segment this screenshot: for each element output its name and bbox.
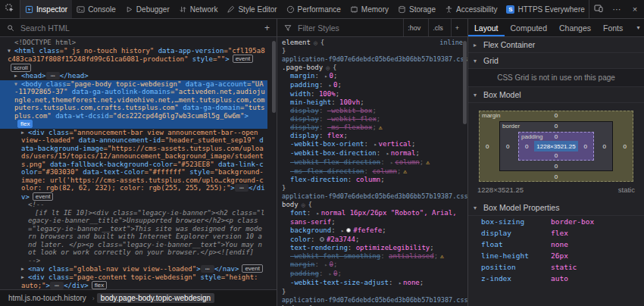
box-model-section-header[interactable]: ▾ Box Model bbox=[468, 87, 644, 103]
class-panel-toggle[interactable]: .cls bbox=[428, 19, 447, 36]
tab-storage[interactable]: Storage bbox=[393, 0, 440, 18]
sidebar-tab-computed[interactable]: Computed bbox=[505, 19, 553, 36]
css-declaration[interactable]: -webkit-flex-direction: ▸column;⚠ bbox=[277, 158, 467, 167]
markup-scrollbar-thumb[interactable] bbox=[272, 41, 276, 113]
css-declaration[interactable]: display: -webkit-box; bbox=[277, 107, 467, 115]
search-html-input[interactable] bbox=[20, 23, 258, 33]
collapsed-children-ellipsis[interactable]: ⋯ bbox=[235, 184, 249, 192]
event-badge[interactable]: event bbox=[233, 55, 254, 63]
tab-performance[interactable]: Performance bbox=[282, 0, 345, 18]
css-declaration[interactable]: display: flex; bbox=[277, 132, 467, 140]
shorthand-expander-icon[interactable]: ▸ bbox=[399, 280, 402, 286]
pseudo-class-panel-toggle[interactable]: :hov bbox=[403, 19, 424, 36]
collapse-twisty-icon[interactable]: ▼ bbox=[8, 47, 14, 55]
css-declaration[interactable]: flex-direction: column; bbox=[277, 176, 467, 184]
shorthand-expander-icon[interactable]: ▸ bbox=[324, 262, 327, 268]
toolbox-meatball-menu-button[interactable]: ⋯ bbox=[608, 0, 626, 18]
markup-scrollbar[interactable] bbox=[271, 38, 277, 289]
color-swatch[interactable] bbox=[346, 228, 351, 233]
add-node-button[interactable]: + bbox=[262, 23, 272, 33]
shorthand-expander-icon[interactable]: ▸ bbox=[329, 83, 332, 89]
margin-right-value[interactable]: 0 bbox=[624, 143, 627, 150]
responsive-mode-button[interactable] bbox=[589, 0, 608, 18]
box-model-border-region[interactable]: border 0 0 0 0 padding 0 0 0 0 bbox=[499, 121, 613, 171]
breadcrumb-item[interactable]: html.js.no-touch.history bbox=[5, 293, 90, 303]
rule-selector[interactable]: .page-body bbox=[282, 64, 323, 72]
breadcrumb-item[interactable]: body.page-body.topic-webdesign bbox=[97, 293, 214, 303]
close-devtools-button[interactable]: × bbox=[626, 0, 644, 18]
selector-highlighter-icon[interactable]: ◎ bbox=[302, 201, 305, 209]
event-badge[interactable]: event bbox=[242, 264, 263, 273]
markup-node[interactable]: ▼<body class="page-body topic-webdesign"… bbox=[0, 80, 267, 129]
selector-highlighter-icon[interactable]: ◎ bbox=[314, 39, 317, 47]
scroll-badge[interactable]: scroll bbox=[11, 64, 31, 72]
markup-node[interactable]: ▶<head> ⋯ </head> bbox=[0, 72, 267, 80]
collapsed-children-ellipsis[interactable]: ⋯ bbox=[46, 72, 60, 80]
css-declaration[interactable]: -ms-flex-direction: column;⚠ bbox=[277, 167, 467, 176]
tab-network[interactable]: Network bbox=[174, 0, 223, 18]
flex-container-section-header[interactable]: ▸ Flex Container bbox=[468, 37, 644, 53]
css-declaration[interactable]: margin: ▸0; bbox=[277, 72, 467, 81]
collapse-twisty-icon[interactable]: ▼ bbox=[14, 80, 21, 89]
shorthand-expander-icon[interactable]: ▸ bbox=[324, 73, 327, 80]
event-badge[interactable]: event bbox=[33, 192, 54, 201]
margin-top-value[interactable]: 0 bbox=[555, 112, 558, 119]
tab-https-everywhere[interactable]: SHTTPS Everywhere bbox=[502, 0, 589, 18]
box-model-content-region[interactable]: 1228×3521.25 bbox=[534, 141, 578, 151]
tab-inspector[interactable]: Inspector bbox=[20, 0, 72, 18]
css-declaration[interactable]: -webkit-font-smoothing: antialiased;⚠ bbox=[277, 252, 467, 261]
shorthand-expander-icon[interactable]: ▸ bbox=[386, 151, 389, 157]
markup-node[interactable]: ▼<html class=" js no-touch history" data… bbox=[0, 47, 267, 73]
padding-top-value[interactable]: 0 bbox=[555, 133, 558, 140]
css-declaration[interactable]: padding: ▸0; bbox=[277, 270, 467, 279]
css-declaration[interactable]: margin: ▸0; bbox=[277, 261, 467, 270]
shorthand-expander-icon[interactable]: ▸ bbox=[390, 160, 393, 166]
flex-badge[interactable]: flex bbox=[17, 120, 33, 128]
rules-scrollbar[interactable] bbox=[462, 38, 467, 306]
css-declaration[interactable]: padding: ▸0; bbox=[277, 81, 467, 90]
expand-twisty-icon[interactable]: ▶ bbox=[21, 129, 28, 137]
expand-twisty-icon[interactable]: ▶ bbox=[21, 265, 28, 273]
markup-node[interactable]: [if lt IE 10]><div class="legacy-ie-bann… bbox=[0, 209, 267, 257]
add-rule-button[interactable]: + bbox=[451, 19, 463, 36]
tab-debugger[interactable]: Debugger bbox=[120, 0, 174, 18]
flex-badge[interactable]: flex bbox=[92, 281, 107, 289]
padding-right-value[interactable]: 0 bbox=[584, 143, 587, 150]
padding-left-value[interactable]: 0 bbox=[525, 143, 528, 150]
rules-scrollbar-thumb[interactable] bbox=[463, 41, 467, 124]
box-model-properties-header[interactable]: ▾ Box Model Properties bbox=[468, 200, 644, 216]
node-picker-button[interactable] bbox=[0, 0, 20, 18]
markup-node[interactable]: ▶<div class="announcement-bar view annou… bbox=[0, 129, 267, 201]
rule-selector[interactable]: element bbox=[282, 39, 311, 47]
rule-source-link[interactable]: application-f9d07e6debdc05b6ed3b06bb57b1… bbox=[277, 55, 467, 64]
rule-source-link[interactable]: inline bbox=[439, 39, 463, 47]
css-declaration[interactable]: display: -ms-flexbox;⚠ bbox=[277, 123, 467, 132]
box-model-margin-region[interactable]: margin 0 0 0 0 border 0 0 0 0 padding bbox=[479, 111, 633, 182]
selector-highlighter-icon[interactable]: ◎ bbox=[326, 64, 330, 72]
rule-source-link[interactable]: application-f9d07e6debdc05b6ed3b06bb57b1… bbox=[277, 296, 467, 304]
sidebar-tab-changes[interactable]: Changes bbox=[553, 19, 597, 36]
margin-left-value[interactable]: 0 bbox=[486, 143, 489, 150]
collapsed-children-ellipsis[interactable]: ⋯ bbox=[201, 265, 214, 273]
box-model-padding-region[interactable]: padding 0 0 0 0 1228×3521.25 bbox=[518, 132, 594, 161]
padding-bottom-value[interactable]: 0 bbox=[555, 152, 558, 159]
css-declaration[interactable]: -webkit-box-direction: ▸normal; bbox=[277, 149, 467, 158]
css-declaration[interactable]: min-height: 100vh; bbox=[277, 98, 467, 107]
tab-accessibility[interactable]: Accessibility bbox=[440, 0, 502, 18]
sidebar-tabs-overflow-icon[interactable]: ▾ bbox=[633, 19, 644, 36]
css-declaration[interactable]: width: 100%; bbox=[277, 90, 467, 98]
css-declaration[interactable]: font: ▸normal 16px/26px "Roboto", Arial,… bbox=[277, 209, 467, 226]
border-bottom-value[interactable]: 0 bbox=[555, 163, 558, 170]
border-left-value[interactable]: 0 bbox=[506, 143, 509, 150]
sidebar-tab-fonts[interactable]: Fonts bbox=[597, 19, 629, 36]
css-declaration[interactable]: display: -webkit-flex; bbox=[277, 115, 467, 123]
tab-styleeditor[interactable]: Style Editor bbox=[222, 0, 281, 18]
css-declaration[interactable]: background: ▸#fefefe; bbox=[277, 226, 467, 236]
expand-twisty-icon[interactable]: ▶ bbox=[14, 72, 21, 80]
markup-node[interactable]: --> bbox=[0, 257, 267, 265]
css-declaration[interactable]: text-rendering: optimizeLegibility; bbox=[277, 244, 467, 252]
css-declaration[interactable]: -webkit-box-orient: ▸vertical; bbox=[277, 140, 467, 149]
css-declaration[interactable]: -webkit-text-size-adjust: ▸none; bbox=[277, 279, 467, 288]
rule-selector[interactable]: body bbox=[282, 201, 299, 209]
shorthand-expander-icon[interactable]: ▸ bbox=[317, 211, 320, 217]
